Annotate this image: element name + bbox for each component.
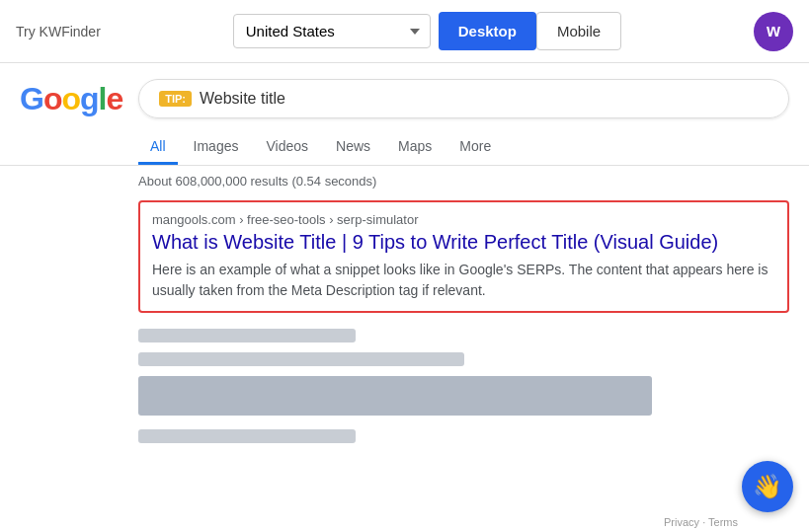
tab-news[interactable]: News <box>324 130 382 165</box>
result-description: Here is an example of what a snippet loo… <box>152 260 775 301</box>
chat-icon: 👋 <box>753 473 782 500</box>
tab-more[interactable]: More <box>447 130 503 165</box>
mangools-badge[interactable]: w <box>754 12 793 51</box>
topbar-left: Try KWFinder <box>16 23 101 40</box>
skeleton-url-1 <box>138 352 464 366</box>
chat-button[interactable]: 👋 <box>742 461 793 512</box>
desktop-button[interactable]: Desktop <box>439 12 536 50</box>
logo-l: l <box>99 81 107 117</box>
skeleton-title-2 <box>138 429 356 443</box>
logo-g: G <box>20 81 43 117</box>
search-bar[interactable]: TIP: Website title <box>138 79 789 118</box>
logo-g2: g <box>80 81 99 117</box>
mobile-button[interactable]: Mobile <box>536 12 621 50</box>
tip-badge: TIP: <box>159 91 192 107</box>
google-logo: Google <box>20 81 122 117</box>
top-bar: Try KWFinder United States United Kingdo… <box>0 0 809 63</box>
skeleton-desc-1 <box>138 376 652 416</box>
serp-panel: Google TIP: Website title All Images Vid… <box>0 63 809 459</box>
topbar-center: United States United Kingdom Canada Aust… <box>233 12 621 50</box>
view-toggle: Desktop Mobile <box>439 12 621 50</box>
result-url: mangools.com › free-seo-tools › serp-sim… <box>152 212 775 227</box>
tab-images[interactable]: Images <box>182 130 251 165</box>
tab-all[interactable]: All <box>138 130 178 165</box>
google-header: Google TIP: Website title <box>0 63 809 126</box>
mangools-icon: w <box>767 21 780 41</box>
skeleton-title-1 <box>138 329 356 342</box>
search-query-text: Website title <box>200 90 285 108</box>
privacy-notice: Privacy · Terms <box>664 516 738 528</box>
nav-tabs: All Images Videos News Maps More <box>0 126 809 166</box>
topbar-right: w <box>754 12 793 51</box>
country-select[interactable]: United States United Kingdom Canada Aust… <box>233 14 431 48</box>
featured-result: mangools.com › free-seo-tools › serp-sim… <box>138 200 789 313</box>
logo-e: e <box>106 81 122 117</box>
results-count: About 608,000,000 results (0.54 seconds) <box>20 174 789 189</box>
tab-maps[interactable]: Maps <box>386 130 444 165</box>
result-title[interactable]: What is Website Title | 9 Tips to Write … <box>152 231 775 254</box>
results-area: About 608,000,000 results (0.54 seconds)… <box>0 166 809 459</box>
tab-videos[interactable]: Videos <box>254 130 320 165</box>
try-kwfinder-link[interactable]: Try KWFinder <box>16 24 101 39</box>
logo-o2: o <box>61 81 80 117</box>
logo-o1: o <box>43 81 62 117</box>
